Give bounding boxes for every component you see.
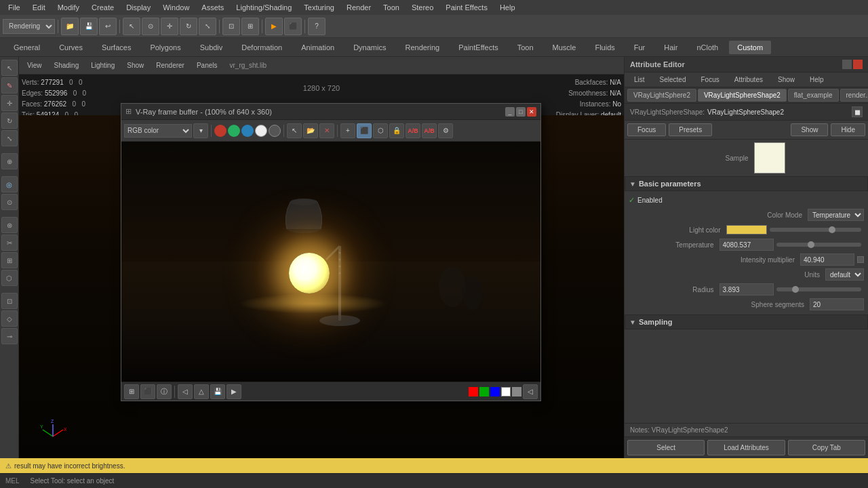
- vp-tab-panels[interactable]: Panels: [191, 60, 223, 70]
- toolbar-ipr-btn[interactable]: ⬛: [284, 18, 302, 35]
- toolbar-lasso-btn[interactable]: ⊙: [142, 18, 159, 35]
- vray-status-prev[interactable]: ◁: [178, 384, 193, 399]
- tool-move[interactable]: ✛: [1, 95, 18, 111]
- radius-slider[interactable]: [776, 287, 862, 291]
- vray-maximize-btn[interactable]: □: [516, 107, 526, 117]
- vray-red-channel[interactable]: [214, 125, 226, 137]
- shelf-tab-general[interactable]: General: [5, 41, 48, 54]
- vray-close2-btn[interactable]: ✕: [319, 123, 334, 138]
- node-tab-4[interactable]: render...: [840, 89, 868, 102]
- vray-status-home[interactable]: ⊞: [124, 384, 139, 399]
- vray-status-regions[interactable]: ⬛: [140, 384, 155, 399]
- basic-params-section[interactable]: ▼ Basic parameters: [625, 176, 868, 191]
- menu-assets[interactable]: Assets: [196, 2, 229, 13]
- attr-tab-selected[interactable]: Selected: [653, 74, 693, 85]
- vray-white-channel[interactable]: [255, 125, 267, 137]
- load-attrs-btn[interactable]: Load Attributes: [707, 440, 785, 455]
- sample-swatch[interactable]: [754, 142, 785, 174]
- menu-file[interactable]: File: [3, 2, 26, 13]
- vray-color-mode-select[interactable]: RGB color: [124, 124, 192, 138]
- menu-create[interactable]: Create: [86, 2, 119, 13]
- vray-status-expand[interactable]: ◁: [523, 384, 538, 399]
- intensity-extra-btn[interactable]: [857, 256, 864, 263]
- tool-extrude[interactable]: ⬡: [1, 270, 18, 286]
- tool-paint[interactable]: ✎: [1, 77, 18, 94]
- attr-tab-attributes[interactable]: Attributes: [728, 74, 770, 85]
- vray-cursor-btn[interactable]: ↖: [287, 123, 302, 138]
- vray-region2-btn[interactable]: ⬡: [373, 123, 388, 138]
- shelf-tab-fur[interactable]: Fur: [626, 41, 654, 54]
- toolbar-snap-btn[interactable]: ⊡: [222, 18, 240, 35]
- toolbar-help-btn[interactable]: ?: [308, 18, 326, 35]
- tool-bevel[interactable]: ◇: [1, 310, 18, 327]
- vray-expand-btn[interactable]: ▾: [193, 123, 208, 138]
- tool-rotate[interactable]: ↻: [1, 113, 18, 129]
- vray-folder-btn[interactable]: 📂: [303, 123, 318, 138]
- focus-btn[interactable]: Focus: [627, 123, 666, 136]
- radius-input[interactable]: [719, 283, 774, 296]
- tool-soft-select[interactable]: ◎: [1, 176, 18, 192]
- shelf-tab-toon[interactable]: Toon: [509, 41, 542, 54]
- shelf-tab-muscle[interactable]: Muscle: [545, 41, 585, 54]
- vray-ab1-btn[interactable]: A/B: [406, 123, 420, 138]
- node-tab-1[interactable]: VRayLightSphere2: [627, 89, 696, 102]
- node-tab-3[interactable]: flat_example: [788, 89, 839, 102]
- select-btn[interactable]: Select: [627, 440, 705, 455]
- shelf-tab-dynamics[interactable]: Dynamics: [345, 41, 394, 54]
- menu-display[interactable]: Display: [121, 2, 156, 13]
- toolbar-snap2-btn[interactable]: ⊞: [241, 18, 259, 35]
- toolbar-open-btn[interactable]: 📁: [61, 18, 79, 35]
- light-color-swatch[interactable]: [726, 225, 767, 235]
- viewport-content[interactable]: Verts: 277291 0 0 Edges: 552996 0 0 Face…: [19, 75, 624, 458]
- shelf-tab-animation[interactable]: Animation: [293, 41, 342, 54]
- attr-tab-focus[interactable]: Focus: [694, 74, 726, 85]
- tool-crease[interactable]: ⊡: [1, 293, 18, 309]
- vray-blue-channel[interactable]: [241, 125, 254, 137]
- channel-a[interactable]: [501, 387, 511, 396]
- show-btn[interactable]: Show: [791, 123, 828, 136]
- tool-cut[interactable]: ✂: [1, 235, 18, 251]
- vp-tab-lighting[interactable]: Lighting: [85, 60, 120, 70]
- tool-lasso[interactable]: ⊙: [1, 194, 18, 210]
- shelf-tab-custom[interactable]: Custom: [729, 41, 771, 54]
- toolbar-save-btn[interactable]: 💾: [80, 18, 98, 35]
- toolbar-rotate-btn[interactable]: ↻: [180, 18, 197, 35]
- vray-close-btn[interactable]: ✕: [527, 107, 536, 117]
- tool-sculpt[interactable]: ⊛: [1, 217, 18, 233]
- vray-status-next[interactable]: △: [194, 384, 209, 399]
- menu-lighting[interactable]: Lighting/Shading: [231, 2, 297, 13]
- shelf-tab-surfaces[interactable]: Surfaces: [94, 41, 139, 54]
- units-select[interactable]: default: [825, 268, 864, 281]
- vray-region-btn[interactable]: ⬛: [357, 123, 372, 138]
- menu-render[interactable]: Render: [341, 2, 376, 13]
- vray-status-info[interactable]: ⓘ: [157, 384, 172, 399]
- menu-edit[interactable]: Edit: [27, 2, 51, 13]
- vp-tab-shading[interactable]: Shading: [49, 60, 85, 70]
- toolbar-select-btn[interactable]: ↖: [123, 18, 140, 35]
- sampling-section[interactable]: ▼ Sampling: [625, 314, 868, 329]
- temperature-input[interactable]: [719, 239, 774, 251]
- vray-settings-btn[interactable]: ⚙: [438, 123, 453, 138]
- menu-help[interactable]: Help: [494, 2, 521, 13]
- toolbar-render-btn[interactable]: ▶: [265, 18, 283, 35]
- vray-dark-channel[interactable]: [269, 125, 281, 137]
- intensity-input[interactable]: [800, 253, 854, 266]
- shelf-tab-polygons[interactable]: Polygons: [142, 41, 189, 54]
- shelf-tab-paintfx[interactable]: PaintEffects: [450, 41, 507, 54]
- attr-close-btn[interactable]: [853, 60, 863, 69]
- vp-tab-renderer[interactable]: Renderer: [151, 60, 190, 70]
- node-name-btn[interactable]: ◼: [852, 106, 863, 117]
- toolbar-undo-btn[interactable]: ↩: [99, 18, 117, 35]
- shelf-tab-deformation[interactable]: Deformation: [233, 41, 290, 54]
- vray-render-image[interactable]: [121, 142, 540, 382]
- tool-slide[interactable]: ⊸: [1, 328, 18, 344]
- menu-toon[interactable]: Toon: [378, 2, 405, 13]
- color-mode-select[interactable]: Temperature: [808, 209, 864, 221]
- shelf-tab-ncloth[interactable]: nCloth: [688, 41, 726, 54]
- shelf-tab-hair[interactable]: Hair: [656, 41, 686, 54]
- shelf-tab-rendering[interactable]: Rendering: [397, 41, 448, 54]
- temperature-slider[interactable]: [776, 243, 862, 247]
- tool-bridge[interactable]: ⊞: [1, 252, 18, 268]
- vp-tab-show[interactable]: Show: [121, 60, 149, 70]
- vray-lock-btn[interactable]: 🔒: [389, 123, 404, 138]
